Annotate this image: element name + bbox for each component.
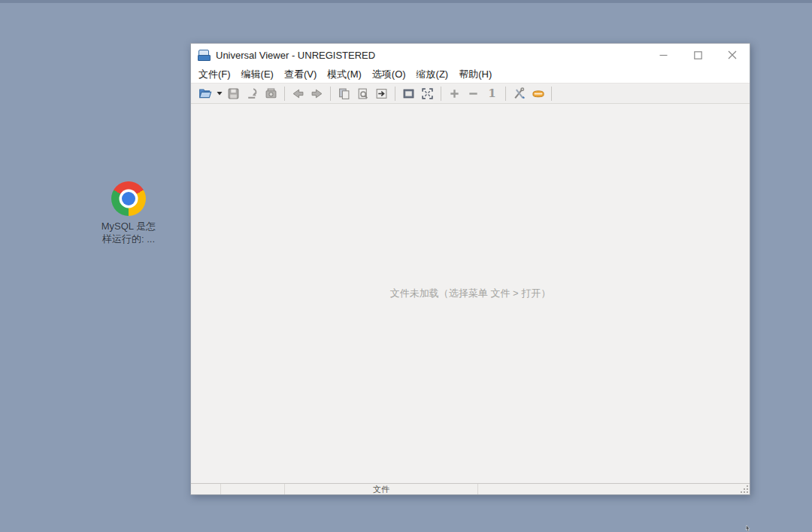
menu-help[interactable]: 帮助(H) [453, 66, 497, 83]
plus-icon [449, 88, 460, 99]
open-button[interactable] [195, 84, 214, 102]
maximize-button[interactable] [680, 44, 715, 66]
shortcut-label: MySQL 是怎 样运行的: ... [89, 220, 168, 245]
chrome-icon[interactable] [111, 181, 146, 216]
minus-icon [468, 88, 479, 99]
export-arrow-icon [246, 87, 259, 100]
minimize-icon [659, 51, 668, 59]
toolbar: 1 [191, 83, 750, 104]
menu-zoom[interactable]: 缩放(Z) [411, 66, 454, 83]
title-bar[interactable]: Universal Viewer - UNREGISTERED [191, 44, 750, 66]
copy-button[interactable] [335, 84, 353, 102]
screen-view-icon [402, 87, 415, 100]
copy-icon [338, 87, 350, 100]
minimize-button[interactable] [646, 44, 680, 66]
menu-bar: 文件(F) 编辑(E) 查看(V) 模式(M) 选项(O) 缩放(Z) 帮助(H… [191, 66, 750, 83]
screen-top-strip [0, 0, 812, 3]
save-floppy-icon [227, 87, 240, 100]
export-button[interactable] [243, 84, 262, 102]
statusbar-panel-1 [191, 484, 221, 494]
folder-open-icon [198, 87, 212, 100]
menu-edit[interactable]: 编辑(E) [236, 66, 279, 83]
status-bar: 文件 [191, 483, 750, 494]
save-button[interactable] [224, 84, 243, 102]
toolbar-separator [441, 87, 441, 101]
menu-mode[interactable]: 模式(M) [322, 66, 367, 83]
resize-grip[interactable] [741, 485, 749, 494]
universal-viewer-app-icon [198, 50, 211, 61]
desktop: { "desktop": { "shortcut": { "icon": "ch… [0, 0, 812, 532]
menu-view[interactable]: 查看(V) [279, 66, 322, 83]
empty-state-message: 文件未加载（选择菜单 文件 > 打开） [390, 287, 550, 300]
goto-button[interactable] [372, 84, 391, 102]
menu-file[interactable]: 文件(F) [193, 66, 236, 83]
toolbar-separator [551, 87, 552, 101]
close-button[interactable] [715, 44, 750, 66]
window-controls [646, 44, 750, 66]
toolbar-separator [395, 87, 395, 101]
goto-arrow-box-icon [375, 87, 388, 100]
options-button[interactable] [510, 84, 529, 102]
statusbar-panel-2 [221, 484, 285, 494]
upgrade-icon [532, 88, 545, 99]
upgrade-button[interactable] [529, 84, 547, 102]
actual-size-button[interactable]: 1 [483, 84, 501, 102]
forward-button[interactable] [308, 84, 326, 102]
fullscreen-button[interactable] [418, 84, 437, 102]
preview-button[interactable] [353, 84, 372, 102]
menu-options[interactable]: 选项(O) [367, 66, 411, 83]
toolbar-separator [284, 87, 285, 101]
dropdown-caret-icon [217, 91, 223, 96]
mouse-cursor [745, 525, 751, 531]
viewer-content-area: 文件未加载（选择菜单 文件 > 打开） [191, 104, 750, 483]
toolbar-separator [330, 87, 331, 101]
back-button[interactable] [289, 84, 308, 102]
screen-view-button[interactable] [399, 84, 418, 102]
maximize-icon [694, 51, 702, 59]
tools-icon [513, 87, 526, 100]
close-icon [728, 50, 737, 59]
toolbar-separator [505, 87, 506, 101]
preview-magnifier-icon [356, 87, 369, 100]
universal-viewer-window: Universal Viewer - UNREGISTERED 文件(F) 编辑… [190, 43, 750, 495]
fullscreen-icon [421, 87, 434, 100]
window-title: Universal Viewer - UNREGISTERED [216, 50, 375, 61]
desktop-shortcut-mysql-chrome[interactable]: MySQL 是怎 样运行的: ... [89, 181, 168, 245]
statusbar-panel-file-mode: 文件 [285, 484, 478, 494]
zoom-out-button[interactable] [464, 84, 483, 102]
back-arrow-icon [292, 87, 304, 100]
statusbar-panel-4 [478, 484, 750, 494]
actual-size-digit: 1 [488, 88, 495, 99]
print-icon [265, 87, 277, 100]
forward-arrow-icon [311, 87, 323, 100]
print-button[interactable] [262, 84, 280, 102]
zoom-in-button[interactable] [445, 84, 464, 102]
open-dropdown-button[interactable] [214, 84, 224, 102]
